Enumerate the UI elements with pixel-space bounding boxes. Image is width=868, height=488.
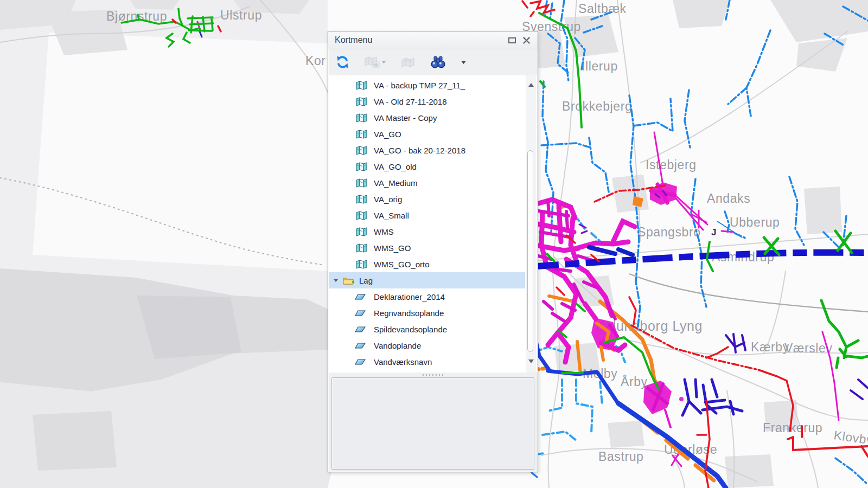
map-list-item[interactable]: VA_GO bbox=[329, 126, 525, 142]
layer-item-label: Spildevandsoplande bbox=[374, 325, 447, 334]
maximize-icon bbox=[508, 37, 516, 43]
map-place-label: Saltbæk bbox=[578, 2, 627, 16]
refresh-icon bbox=[335, 55, 350, 69]
layer-icon bbox=[355, 342, 366, 349]
refresh-button[interactable] bbox=[334, 54, 352, 70]
close-icon bbox=[523, 37, 530, 44]
map-list-item[interactable]: VA - Old 27-11-2018 bbox=[329, 93, 525, 110]
map-document-icon bbox=[356, 81, 367, 90]
map-document-icon bbox=[356, 243, 367, 253]
map-place-label: Ubberup bbox=[730, 215, 780, 229]
map-document-icon bbox=[356, 162, 367, 171]
map-list-item[interactable]: VA - backup TMP 27_11_ bbox=[329, 77, 525, 93]
layer-list-item[interactable]: Regnvandsoplande bbox=[329, 305, 525, 321]
map-list-item[interactable]: VA_orig bbox=[329, 191, 525, 207]
map-item-label: VA - Old 27-11-2018 bbox=[374, 97, 447, 106]
map-document-icon bbox=[356, 178, 367, 188]
triangle-down-icon bbox=[528, 359, 534, 363]
triangle-up-icon bbox=[528, 83, 534, 87]
map-list: VA - backup TMP 27_11_ VA - Old 27-11-20… bbox=[329, 77, 525, 370]
map-item-label: VA_GO - bak 20-12-2018 bbox=[374, 146, 465, 155]
map-list-container: VA - backup TMP 27_11_ VA - Old 27-11-20… bbox=[329, 75, 537, 373]
map-place-label: Kærby bbox=[751, 340, 789, 354]
folder-icon bbox=[343, 276, 355, 285]
map-place-label: Frankerup bbox=[763, 421, 822, 435]
map-document-icon bbox=[356, 195, 367, 204]
map-place-label: Ulstrup bbox=[220, 8, 262, 22]
kortmenu-panel: Kortmenu bbox=[328, 31, 538, 472]
map-item-label: WMS_GO bbox=[374, 243, 411, 253]
splitter-handle[interactable] bbox=[328, 373, 538, 377]
layer-item-label: Deklarationer_2014 bbox=[374, 292, 445, 301]
map-list-item[interactable]: WMS_GO bbox=[329, 240, 525, 256]
map-document-icon bbox=[356, 211, 367, 220]
layer-list-item[interactable]: Vandoplande bbox=[329, 337, 525, 354]
scroll-down-button[interactable] bbox=[526, 356, 536, 366]
map-item-label: VA_Medium bbox=[374, 178, 418, 188]
layer-icon bbox=[355, 309, 366, 317]
layer-icon bbox=[355, 325, 366, 333]
find-button[interactable] bbox=[428, 54, 448, 70]
panel-toolbar bbox=[328, 49, 538, 75]
layer-icon bbox=[355, 358, 366, 365]
scroll-up-button[interactable] bbox=[526, 80, 536, 89]
map-item-label: VA_GO bbox=[374, 130, 401, 139]
map-document-icon bbox=[356, 113, 367, 123]
layer-item-label: Regnvandsoplande bbox=[374, 309, 444, 318]
import-map-icon bbox=[400, 56, 416, 69]
map-place-label: Brokkebjerg bbox=[562, 99, 632, 113]
panel-titlebar[interactable]: Kortmenu bbox=[328, 31, 538, 49]
panel-title: Kortmenu bbox=[335, 35, 505, 45]
map-place-label: Spangsbro bbox=[637, 225, 701, 239]
map-document-icon bbox=[356, 227, 367, 236]
folder-label: Lag bbox=[359, 276, 373, 285]
map-list-item[interactable]: VA Master - Copy bbox=[329, 110, 525, 126]
add-map-button bbox=[362, 54, 388, 70]
layer-list-item[interactable]: Deklarationer_2014 bbox=[329, 288, 525, 305]
caret-down-icon bbox=[461, 60, 467, 65]
binoculars-icon bbox=[430, 55, 446, 69]
caret-down-icon bbox=[381, 60, 386, 64]
app-window: BjørnstrupUlstrupKorSaltbækSvenstrupIlle… bbox=[0, 0, 868, 488]
list-scrollbar[interactable] bbox=[526, 75, 536, 373]
map-item-label: VA_Small bbox=[374, 211, 409, 220]
map-item-label: VA_GO_old bbox=[374, 162, 417, 171]
map-document-icon bbox=[356, 97, 367, 106]
map-item-label: VA Master - Copy bbox=[374, 113, 437, 123]
layer-list-item[interactable]: Spildevandsoplande bbox=[329, 321, 525, 337]
import-map-button bbox=[399, 55, 417, 70]
map-list-item[interactable]: WMS_GO_orto bbox=[329, 256, 525, 272]
map-item-label: WMS bbox=[374, 227, 394, 236]
detail-pane bbox=[331, 377, 534, 470]
map-list-item[interactable]: VA_GO_old bbox=[329, 158, 525, 175]
scrollbar-thumb[interactable] bbox=[527, 150, 533, 352]
add-map-icon bbox=[364, 55, 380, 69]
map-place-label: Kor bbox=[305, 54, 326, 68]
toolbar-more-button[interactable] bbox=[459, 59, 468, 66]
layer-item-label: Vandværksnavn bbox=[374, 357, 432, 367]
map-item-label: VA_orig bbox=[374, 195, 402, 204]
layer-item-label: Vandoplande bbox=[374, 341, 421, 350]
map-place-label: Årby bbox=[621, 374, 648, 389]
map-list-item[interactable]: VA_Small bbox=[329, 207, 525, 223]
map-list-item[interactable]: VA_Medium bbox=[329, 175, 525, 191]
map-place-label: Istebjerg bbox=[646, 158, 697, 172]
map-document-icon bbox=[356, 146, 367, 155]
layer-icon bbox=[355, 293, 366, 300]
maximize-button[interactable] bbox=[505, 34, 519, 46]
map-place-label: Bastrup bbox=[598, 450, 643, 464]
map-document-icon bbox=[356, 130, 367, 139]
map-place-label: Andaks bbox=[707, 191, 750, 206]
grip-dots-icon bbox=[420, 374, 445, 376]
map-list-item[interactable]: WMS bbox=[329, 223, 525, 240]
map-item-label: VA - backup TMP 27_11_ bbox=[374, 81, 465, 90]
map-place-label: Bjørnstrup bbox=[106, 9, 167, 23]
close-button[interactable] bbox=[519, 34, 533, 46]
lag-folder-row[interactable]: Lag bbox=[329, 272, 525, 288]
layer-list-item[interactable]: Vandværksnavn bbox=[329, 354, 525, 370]
map-place-label: Illerup bbox=[582, 59, 618, 73]
expander-icon[interactable] bbox=[333, 278, 339, 283]
map-item-label: WMS_GO_orto bbox=[374, 260, 430, 269]
map-list-item[interactable]: VA_GO - bak 20-12-2018 bbox=[329, 142, 525, 158]
map-document-icon bbox=[356, 260, 367, 269]
